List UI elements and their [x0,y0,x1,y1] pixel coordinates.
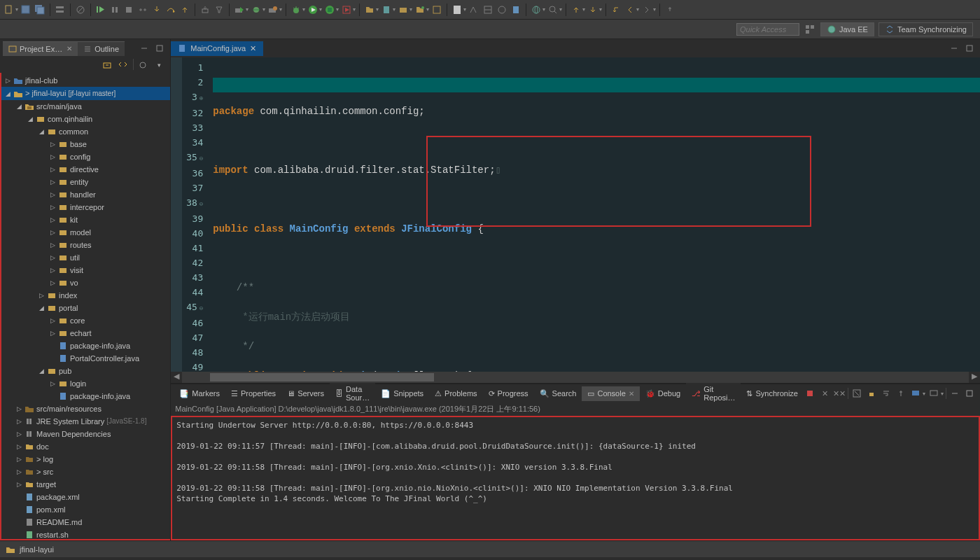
tab-data-source[interactable]: 🗄Data Sour… [330,382,375,405]
close-icon[interactable]: ✕ [66,45,72,52]
tab-project-explorer-label: Project Ex… [20,45,62,53]
link-editor-icon[interactable] [116,59,130,71]
new-servlet-icon[interactable] [380,4,393,16]
editor-hscroll[interactable]: ◀▶ [171,372,980,383]
code-editor[interactable]: 12 3⊕ 323334 35⊖ 3637 38⊖ 394041424344 4… [171,57,980,372]
new-icon[interactable] [3,4,15,16]
external-tools-icon[interactable] [340,4,353,16]
folder-icon [24,479,34,489]
debug-icon: 🐞 [645,389,655,398]
tab-synchronize[interactable]: ⇅Synchronize [741,386,804,401]
open-console-icon[interactable] [927,387,940,400]
new-xsl-icon[interactable] [482,4,494,16]
quick-access-input[interactable] [736,23,799,36]
tab-problems[interactable]: ⚠Problems [429,386,482,401]
scroll-lock-icon[interactable] [865,387,878,400]
svg-rect-0 [6,6,11,13]
save-all-icon[interactable] [34,4,46,16]
profile-server-icon[interactable] [267,4,279,16]
run-icon[interactable] [307,4,319,16]
new-ejb-icon[interactable] [397,4,410,16]
tab-project-explorer[interactable]: Project Ex… ✕ [3,41,78,56]
open-type-icon[interactable] [430,4,443,16]
search-icon[interactable] [547,4,559,16]
svg-rect-70 [59,205,66,210]
last-edit-icon[interactable] [610,4,622,16]
minimize-icon[interactable] [948,387,961,400]
status-project-label: jfinal-layui [20,545,54,554]
start-server-icon[interactable] [233,4,246,16]
perspective-java-ee[interactable]: Java EE [820,22,874,36]
debug-icon[interactable] [290,4,302,16]
maximize-icon[interactable] [153,42,166,55]
drop-to-frame-icon[interactable] [199,4,211,16]
new-connector-icon[interactable] [414,4,426,16]
new-jsp-icon[interactable] [496,4,508,16]
open-perspective-icon[interactable] [804,23,816,36]
back-icon[interactable] [624,4,636,16]
web-browser-icon[interactable] [530,4,542,16]
collapse-all-icon[interactable] [101,59,115,71]
disconnect-icon[interactable] [136,4,149,16]
view-menu-icon[interactable]: ▾ [152,59,166,71]
editor-tab-mainconfig[interactable]: MainConfig.java ✕ [171,41,263,56]
folder-icon [24,442,34,451]
tab-snippets[interactable]: 📄Snippets [375,386,429,401]
svg-rect-37 [454,6,461,14]
display-console-icon[interactable] [909,387,922,400]
tab-git[interactable]: ⎇Git Reposi… [686,382,741,405]
tab-progress[interactable]: ⟳Progress [483,386,534,401]
focus-task-icon[interactable] [136,59,150,71]
minimize-icon[interactable] [948,42,960,55]
step-into-icon[interactable] [150,4,163,16]
tab-console[interactable]: ▭Console✕ [582,386,639,401]
debug-server-icon[interactable] [250,4,262,16]
toggle-breadcrumb-icon[interactable] [54,4,66,16]
tab-properties[interactable]: ☰Properties [225,386,281,401]
remove-all-icon[interactable]: ✕✕ [833,387,846,400]
terminate-icon[interactable] [122,4,135,16]
terminate-icon[interactable] [804,387,816,400]
code-content[interactable]: package com.qinhailin.common.config; imp… [207,57,980,372]
save-icon[interactable] [20,4,32,16]
pin-console-icon[interactable] [895,387,907,400]
tab-outline-label: Outline [94,45,119,53]
annotation-next-icon[interactable] [587,4,599,16]
new-xml-icon[interactable] [451,4,463,16]
tab-servers[interactable]: 🖥Servers [281,386,330,400]
forward-icon[interactable] [640,4,653,16]
step-filters-icon[interactable] [213,4,225,16]
close-icon[interactable]: ✕ [250,44,256,53]
perspective-team-sync[interactable]: Team Synchronizing [878,22,973,36]
console-output[interactable]: Starting Undertow Server http://0.0.0.0:… [171,416,980,540]
resume-icon[interactable] [94,4,107,16]
step-over-icon[interactable] [164,4,177,16]
remove-launch-icon[interactable]: ✕ [818,387,831,400]
skip-breakpoints-icon[interactable] [74,4,87,16]
word-wrap-icon[interactable] [880,387,892,400]
java-file-icon [58,354,68,363]
close-icon[interactable]: ✕ [629,390,634,398]
tab-debug[interactable]: 🐞Debug [640,386,686,401]
svg-rect-11 [115,7,118,13]
clear-console-icon[interactable] [850,387,863,400]
svg-rect-47 [811,25,814,29]
pin-editor-icon[interactable] [664,4,676,16]
annotation-prev-icon[interactable] [570,4,582,16]
suspend-icon[interactable] [108,4,121,16]
maximize-icon[interactable] [963,387,976,400]
maximize-icon[interactable] [963,42,976,55]
tab-markers[interactable]: 📑Markers [174,386,225,401]
coverage-icon[interactable] [323,4,336,16]
project-tree[interactable]: ▷jfinal-club ◢> jfinal-layui [jf-layui m… [0,73,170,540]
tab-search[interactable]: 🔍Search [534,386,582,401]
minimize-icon[interactable] [138,42,150,55]
new-css-icon[interactable] [510,4,522,16]
new-xsd-icon[interactable] [468,4,480,16]
new-project-icon[interactable] [363,4,376,16]
package-icon [47,366,57,376]
step-return-icon[interactable] [178,4,191,16]
project-icon [13,89,23,99]
tab-outline[interactable]: Outline [78,41,125,56]
package-icon [58,379,68,388]
